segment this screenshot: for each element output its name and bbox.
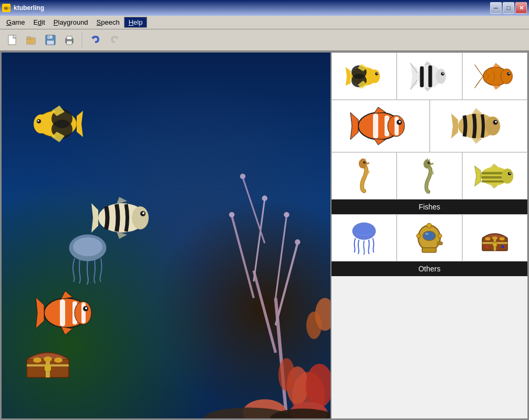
svg-marker-45 — [77, 111, 83, 137]
svg-marker-122 — [472, 108, 482, 114]
svg-rect-61 — [60, 299, 65, 327]
undo-button[interactable] — [87, 32, 104, 48]
svg-point-160 — [485, 245, 489, 248]
window-title: ktuberling — [14, 4, 44, 12]
menu-bar: Game Edit Playground Speech Help — [0, 16, 529, 29]
menu-item-edit[interactable]: Edit — [29, 17, 49, 27]
new-icon — [7, 34, 18, 46]
others-row — [331, 214, 527, 261]
svg-rect-14 — [68, 42, 71, 43]
angelfish-sprite — [408, 60, 450, 92]
svg-point-135 — [502, 169, 513, 184]
svg-point-68 — [85, 307, 87, 309]
svg-marker-82 — [346, 67, 351, 86]
sprite-diver-helmet[interactable] — [397, 214, 462, 261]
sprite-treasure-chest[interactable] — [462, 214, 527, 261]
aquarium-canvas[interactable] — [2, 52, 330, 418]
svg-point-16 — [71, 39, 72, 40]
svg-rect-90 — [429, 66, 432, 88]
svg-point-157 — [485, 237, 491, 240]
title-bar: 🐠 ktuberling ─ □ ✕ — [0, 0, 529, 16]
sprite-butterfly-fish[interactable] — [331, 52, 397, 100]
svg-point-29 — [284, 212, 289, 217]
svg-line-24 — [243, 177, 265, 243]
svg-rect-3 — [27, 37, 30, 39]
tang-sprite — [474, 160, 516, 192]
svg-marker-56 — [117, 197, 127, 204]
goldfish-sprite — [474, 60, 516, 92]
maximize-button[interactable]: □ — [503, 2, 514, 14]
svg-point-59 — [73, 237, 102, 256]
svg-point-84 — [375, 72, 378, 76]
svg-marker-123 — [472, 138, 482, 144]
save-icon — [45, 34, 56, 46]
new-button[interactable] — [4, 32, 21, 48]
main-content: Fishes — [0, 51, 529, 420]
svg-point-78 — [54, 358, 63, 363]
canvas-treasure-chest[interactable] — [22, 338, 74, 380]
svg-rect-89 — [420, 66, 424, 87]
svg-rect-156 — [493, 243, 497, 246]
save-button[interactable] — [42, 32, 59, 48]
sprite-goldfish[interactable] — [462, 52, 527, 100]
diver-helmet-sprite — [413, 219, 445, 256]
minimize-button[interactable]: ─ — [490, 2, 502, 14]
svg-rect-147 — [422, 248, 437, 253]
close-button[interactable]: ✕ — [515, 2, 527, 14]
menu-item-speech[interactable]: Speech — [92, 17, 124, 27]
fish-row-1 — [331, 52, 527, 100]
svg-point-119 — [485, 117, 500, 135]
svg-point-161 — [501, 245, 504, 248]
canvas-butterfly-fish[interactable] — [28, 100, 86, 148]
others-section-label: Others — [331, 261, 527, 276]
sprite-clownfish[interactable] — [331, 100, 430, 152]
treasure-chest-sprite — [479, 219, 511, 256]
svg-marker-134 — [474, 166, 480, 186]
svg-marker-115 — [374, 107, 386, 113]
svg-marker-91 — [410, 63, 418, 90]
redo-button[interactable] — [106, 32, 123, 48]
sprite-seahorse1[interactable] — [331, 152, 397, 200]
svg-rect-15 — [68, 43, 71, 44]
svg-marker-116 — [374, 139, 386, 145]
sprite-angelfish[interactable] — [397, 52, 462, 100]
undo-icon — [90, 34, 101, 46]
sprite-jellyfish[interactable] — [331, 214, 397, 261]
menu-item-help[interactable]: Help — [124, 17, 148, 28]
open-button[interactable] — [23, 32, 40, 48]
svg-point-149 — [417, 234, 421, 238]
svg-point-128 — [428, 162, 430, 164]
svg-line-25 — [276, 216, 287, 298]
coral-decoration — [166, 52, 330, 418]
svg-marker-110 — [350, 112, 358, 140]
menu-item-playground[interactable]: Playground — [49, 17, 92, 27]
print-button[interactable] — [61, 32, 78, 48]
svg-marker-118 — [451, 113, 458, 139]
svg-point-129 — [429, 162, 430, 163]
sprite-tang[interactable] — [462, 152, 527, 200]
menu-item-game[interactable]: Game — [2, 17, 29, 27]
svg-point-38 — [306, 312, 321, 339]
svg-point-26 — [229, 212, 234, 217]
sprite-striped-fish[interactable] — [430, 100, 528, 152]
canvas-clownfish[interactable] — [35, 287, 103, 339]
canvas-jellyfish[interactable] — [64, 232, 111, 285]
svg-rect-112 — [395, 117, 399, 135]
print-icon — [64, 34, 75, 46]
svg-marker-57 — [117, 232, 127, 239]
svg-point-77 — [44, 356, 52, 362]
svg-point-137 — [509, 173, 510, 174]
striped-fish-sprite — [450, 105, 507, 147]
svg-rect-9 — [48, 35, 50, 38]
fish-row-2 — [331, 100, 527, 152]
svg-point-146 — [426, 233, 429, 235]
toolbar — [0, 29, 529, 51]
svg-point-27 — [262, 195, 267, 201]
svg-rect-10 — [47, 40, 54, 45]
svg-point-121 — [495, 121, 497, 123]
svg-line-22 — [232, 216, 254, 298]
title-bar-left: 🐠 ktuberling — [2, 4, 44, 12]
svg-marker-18 — [116, 37, 119, 39]
svg-rect-107 — [373, 113, 378, 139]
sprite-seahorse2[interactable] — [397, 152, 462, 200]
